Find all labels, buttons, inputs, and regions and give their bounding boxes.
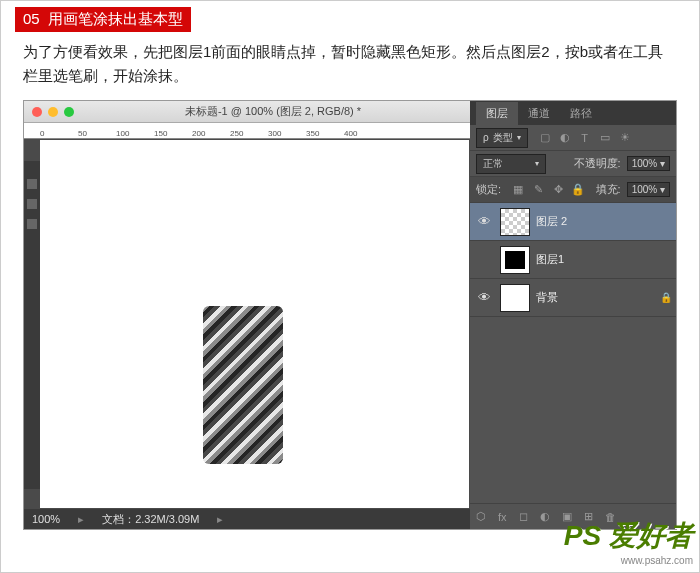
layer-row[interactable]: 👁 图层 2 [470,203,676,241]
layers-list: 👁 图层 2 图层1 👁 背景 🔒 [470,203,676,503]
fill-input[interactable]: 100% ▾ [627,182,670,197]
layer-kind-select[interactable]: ρ类型▾ [476,128,528,148]
ruler-vertical [24,161,40,489]
blend-mode-select[interactable]: 正常▾ [476,154,546,174]
status-bar: 100% ▸ 文档：2.32M/3.09M ▸ [24,509,470,529]
layer-row[interactable]: 图层1 [470,241,676,279]
link-layers-icon[interactable]: ⬡ [476,510,486,523]
search-icon: ρ [483,132,489,143]
close-icon[interactable] [32,107,42,117]
layers-panel: 图层 通道 路径 ρ类型▾ ▢ ◐ T ▭ ☀ 正常▾ 不透明度: 100% ▾ [470,101,676,529]
panel-tabs: 图层 通道 路径 [470,101,676,125]
lock-row: 锁定: ▦ ✎ ✥ 🔒 填充: 100% ▾ [470,177,676,203]
filter-shape-icon[interactable]: ▭ [598,131,612,145]
lock-position-icon[interactable]: ✥ [551,183,565,197]
step-badge: 05用画笔涂抹出基本型 [15,7,191,32]
tab-channels[interactable]: 通道 [518,102,560,125]
visibility-toggle[interactable]: 👁 [474,214,494,229]
fx-icon[interactable]: fx [498,511,507,523]
watermark: PS 爱好者 www.psahz.com [564,517,693,566]
lock-label: 锁定: [476,182,501,197]
maximize-icon[interactable] [64,107,74,117]
layer-name[interactable]: 图层1 [536,252,672,267]
fill-label: 填充: [596,182,621,197]
document-size: 文档：2.32M/3.09M [102,512,199,527]
filter-row: ρ类型▾ ▢ ◐ T ▭ ☀ [470,125,676,151]
tab-layers[interactable]: 图层 [476,102,518,125]
window-controls [32,107,74,117]
minimize-icon[interactable] [48,107,58,117]
step-number: 05 [23,10,40,27]
filter-adjust-icon[interactable]: ◐ [558,131,572,145]
canvas[interactable] [40,140,469,508]
lock-icon: 🔒 [660,292,672,303]
blend-row: 正常▾ 不透明度: 100% ▾ [470,151,676,177]
lock-transparency-icon[interactable]: ▦ [511,183,525,197]
layer-thumbnail[interactable] [500,246,530,274]
layer-name[interactable]: 图层 2 [536,214,672,229]
tab-paths[interactable]: 路径 [560,102,602,125]
titlebar: 未标题-1 @ 100% (图层 2, RGB/8) * [24,101,470,123]
lock-all-icon[interactable]: 🔒 [571,183,585,197]
filter-text-icon[interactable]: T [578,131,592,145]
canvas-pane: 未标题-1 @ 100% (图层 2, RGB/8) * 05010015020… [24,101,470,529]
selection-marquee [203,306,283,464]
step-description: 为了方便看效果，先把图层1前面的眼睛点掉，暂时隐藏黑色矩形。然后点图层2，按b或… [23,40,677,88]
layer-name[interactable]: 背景 [536,290,654,305]
layer-row[interactable]: 👁 背景 🔒 [470,279,676,317]
document-title: 未标题-1 @ 100% (图层 2, RGB/8) * [84,104,462,119]
filter-image-icon[interactable]: ▢ [538,131,552,145]
layer-thumbnail[interactable] [500,208,530,236]
opacity-input[interactable]: 100% ▾ [627,156,670,171]
adjustment-icon[interactable]: ◐ [540,510,550,523]
mask-icon[interactable]: ◻ [519,510,528,523]
brush-stroke-area [203,306,283,464]
opacity-label: 不透明度: [574,156,621,171]
filter-smart-icon[interactable]: ☀ [618,131,632,145]
zoom-level[interactable]: 100% [32,513,60,525]
layer-thumbnail[interactable] [500,284,530,312]
ruler-horizontal: 050100150200250300350400 [24,123,470,139]
visibility-toggle[interactable]: 👁 [474,290,494,305]
lock-pixels-icon[interactable]: ✎ [531,183,545,197]
photoshop-window: 未标题-1 @ 100% (图层 2, RGB/8) * 05010015020… [23,100,677,530]
step-title: 用画笔涂抹出基本型 [48,10,183,27]
